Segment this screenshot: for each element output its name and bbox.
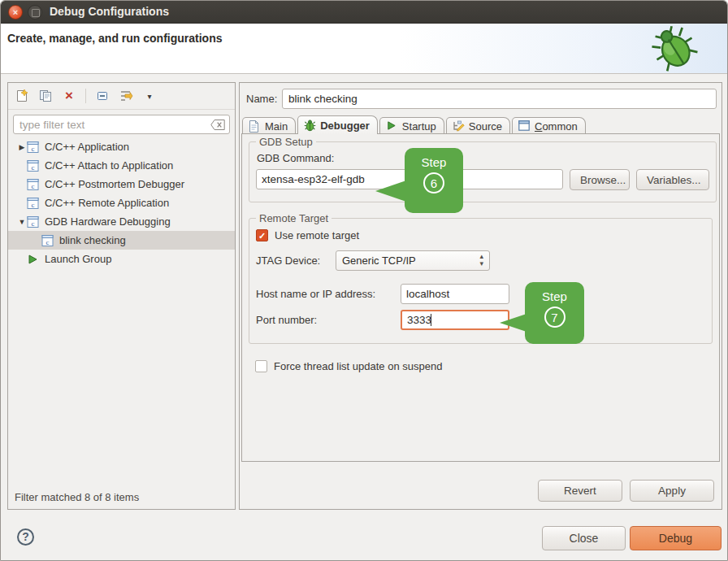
name-input[interactable]: [282, 89, 717, 109]
text-cursor: [431, 314, 431, 326]
callout-step-number: 6: [423, 172, 444, 194]
revert-button[interactable]: Revert: [538, 480, 622, 502]
jtag-device-value: Generic TCP/IP: [342, 254, 416, 267]
jtag-device-label: JTAG Device:: [256, 254, 336, 267]
tab-label: Main: [265, 120, 288, 133]
svg-text:c: c: [32, 163, 35, 171]
new-configuration-icon[interactable]: [15, 89, 29, 103]
tree-item-cpp-attach[interactable]: c C/C++ Attach to Application: [8, 156, 235, 175]
tree-item-launch-group[interactable]: Launch Group: [8, 250, 235, 268]
expand-collapsed-icon[interactable]: ▶: [17, 143, 27, 151]
toolbar-menu-caret-icon[interactable]: ▾: [142, 89, 157, 103]
dialog-header: Create, manage, and run configurations: [1, 24, 727, 74]
maximize-window-button[interactable]: [28, 5, 42, 20]
debug-bug-icon: [644, 19, 704, 79]
port-row: Port number:: [256, 310, 705, 330]
configuration-tree: ▶ c C/C++ Application c C/C++ Attach to …: [8, 137, 235, 268]
document-icon: [249, 120, 261, 133]
delete-configuration-icon[interactable]: ×: [62, 89, 76, 103]
bug-icon: [304, 120, 316, 132]
filter-input[interactable]: [13, 115, 230, 134]
svg-text:c: c: [32, 219, 35, 227]
tab-label: Startup: [402, 120, 436, 133]
c-configuration-icon: c: [27, 197, 40, 209]
spinner-icon[interactable]: ▴▾: [479, 253, 483, 267]
tree-item-cpp-remote[interactable]: c C/C++ Remote Application: [8, 194, 235, 212]
collapse-all-icon[interactable]: [95, 89, 110, 103]
tab-startup[interactable]: Startup: [379, 117, 444, 134]
host-label: Host name or IP address:: [256, 288, 401, 300]
tab-common[interactable]: Common: [512, 117, 586, 134]
tree-item-label: GDB Hardware Debugging: [45, 215, 171, 228]
name-label: Name:: [246, 93, 277, 105]
host-row: Host name or IP address:: [256, 284, 705, 304]
clear-filter-icon[interactable]: [210, 120, 225, 133]
force-thread-label: Force thread list update on suspend: [274, 360, 442, 372]
use-remote-target-row[interactable]: ✓ Use remote target: [256, 229, 705, 241]
editor-tabs: Main Debugger Startup Source Common: [242, 115, 587, 134]
window-icon: [518, 120, 531, 133]
tab-label: Source: [469, 120, 502, 133]
tree-item-cpp-postmortem[interactable]: c C/C++ Postmortem Debugger: [8, 175, 235, 194]
jtag-device-select[interactable]: Generic TCP/IP ▴▾: [336, 250, 490, 271]
c-configuration-icon: c: [27, 215, 40, 228]
dialog-header-title: Create, manage, and run configurations: [7, 32, 223, 45]
filter-row: [13, 115, 230, 134]
filter-configurations-icon[interactable]: [119, 89, 133, 103]
c-configuration-icon: c: [27, 159, 40, 172]
tree-item-blink-checking[interactable]: c blink checking: [8, 231, 235, 250]
source-icon: [453, 120, 465, 133]
toolbar-separator: [85, 89, 86, 103]
name-row: Name:: [240, 83, 722, 114]
svg-text:c: c: [32, 200, 35, 208]
tab-debugger[interactable]: Debugger: [297, 115, 378, 134]
tree-item-gdb-hardware-debugging[interactable]: ▼ c GDB Hardware Debugging: [8, 212, 235, 231]
tree-item-label: Launch Group: [45, 253, 111, 265]
jtag-device-row: JTAG Device: Generic TCP/IP ▴▾: [256, 250, 705, 271]
debug-configurations-dialog: × Debug Configurations Create, manage, a…: [0, 0, 728, 561]
remote-target-group: Remote Target ✓ Use remote target JTAG D…: [249, 212, 713, 344]
remote-target-group-label: Remote Target: [256, 212, 332, 224]
use-remote-target-checkbox[interactable]: ✓: [256, 229, 268, 241]
port-input[interactable]: [401, 310, 509, 330]
tab-main[interactable]: Main: [242, 117, 296, 134]
titlebar: × Debug Configurations: [1, 1, 727, 24]
tree-item-label: C/C++ Application: [45, 141, 129, 153]
callout-arrow-icon: [500, 314, 526, 332]
tree-item-cpp-application[interactable]: ▶ c C/C++ Application: [8, 137, 235, 156]
variables-button[interactable]: Variables...: [636, 169, 709, 190]
close-window-button[interactable]: ×: [8, 5, 23, 20]
sidebar-toolbar: × ▾: [8, 83, 235, 110]
svg-text:c: c: [32, 181, 35, 189]
gdb-command-row: Browse... Variables...: [256, 169, 709, 190]
gdb-setup-group: GDB Setup GDB Command: Browse... Variabl…: [249, 136, 717, 202]
apply-button[interactable]: Apply: [630, 480, 714, 502]
tab-label: Common: [535, 120, 578, 133]
step-7-callout: Step 7: [525, 282, 584, 344]
host-input[interactable]: [401, 284, 509, 304]
launch-group-play-icon: [27, 253, 40, 265]
tree-item-label: blink checking: [59, 234, 126, 246]
force-thread-checkbox[interactable]: [255, 360, 267, 372]
force-thread-row[interactable]: Force thread list update on suspend: [255, 360, 442, 372]
browse-button[interactable]: Browse...: [570, 169, 630, 190]
play-icon: [386, 120, 398, 133]
svg-text:c: c: [46, 237, 50, 246]
tab-label: Debugger: [320, 120, 370, 132]
debug-button[interactable]: Debug: [630, 526, 722, 550]
configurations-sidebar: × ▾ ▶ c C/C++ Application c: [7, 82, 236, 510]
c-configuration-icon: c: [41, 234, 54, 246]
configuration-editor: Name: Main Debugger Startup Source: [239, 82, 722, 510]
tree-item-label: C/C++ Postmortem Debugger: [45, 178, 184, 190]
use-remote-target-label: Use remote target: [275, 229, 359, 241]
help-button[interactable]: ?: [17, 528, 34, 546]
expand-expanded-icon[interactable]: ▼: [17, 218, 27, 226]
close-button[interactable]: Close: [542, 526, 626, 550]
window-title: Debug Configurations: [50, 1, 169, 23]
duplicate-configuration-icon[interactable]: [38, 89, 53, 103]
step-6-callout: Step 6: [405, 148, 463, 213]
tree-item-label: C/C++ Remote Application: [45, 197, 169, 209]
c-configuration-icon: c: [27, 141, 40, 153]
tab-source[interactable]: Source: [446, 117, 510, 134]
callout-step-title: Step: [525, 289, 584, 303]
